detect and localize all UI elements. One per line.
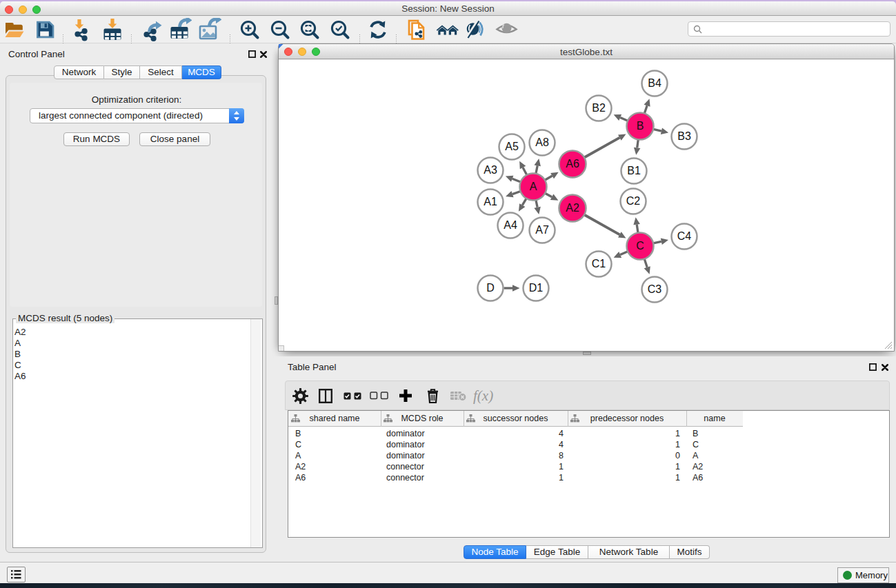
- svg-text:C3: C3: [648, 283, 662, 295]
- svg-text:A8: A8: [535, 136, 549, 148]
- svg-text:A2: A2: [566, 202, 579, 214]
- svg-text:B: B: [637, 120, 644, 132]
- svg-text:C1: C1: [592, 258, 606, 270]
- svg-text:C4: C4: [677, 230, 692, 242]
- svg-text:C: C: [636, 240, 644, 252]
- svg-text:B2: B2: [592, 102, 606, 114]
- svg-text:C2: C2: [626, 195, 641, 207]
- svg-text:D1: D1: [529, 282, 544, 294]
- svg-text:B1: B1: [627, 165, 641, 176]
- svg-text:A: A: [530, 181, 537, 192]
- svg-text:A6: A6: [566, 158, 579, 170]
- svg-text:D: D: [486, 282, 495, 294]
- svg-text:A1: A1: [484, 196, 497, 207]
- svg-text:A5: A5: [505, 141, 519, 152]
- svg-text:B4: B4: [648, 77, 661, 89]
- svg-text:A3: A3: [484, 164, 497, 176]
- svg-text:A4: A4: [504, 219, 517, 231]
- svg-text:B3: B3: [677, 130, 691, 142]
- svg-text:A7: A7: [535, 224, 549, 236]
